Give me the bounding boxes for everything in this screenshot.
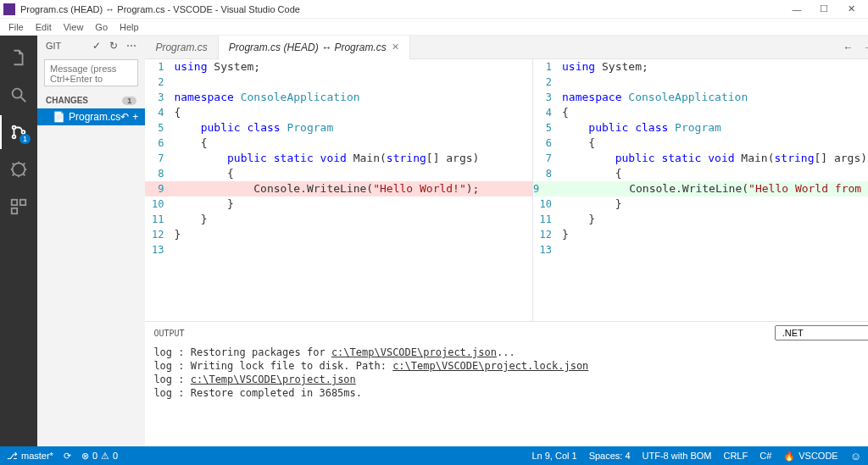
menu-edit[interactable]: Edit [31, 20, 57, 34]
flame-icon: 🔥 [783, 451, 795, 462]
vscode-logo-icon [3, 3, 15, 15]
sidebar-title: GIT [46, 41, 61, 51]
error-icon: ⊗ [81, 451, 89, 462]
diff-editor: 1using System; 2 3namespace ConsoleAppli… [145, 59, 868, 321]
nav-back-icon[interactable]: ← [843, 42, 854, 53]
feedback-icon[interactable]: ☺ [850, 450, 861, 462]
eol[interactable]: CRLF [723, 451, 748, 461]
cursor-position[interactable]: Ln 9, Col 1 [531, 451, 576, 461]
changes-header[interactable]: CHANGES 1 [37, 92, 145, 108]
titlebar: Program.cs (HEAD) ↔ Program.cs - VSCODE … [0, 0, 868, 19]
svg-line-1 [21, 97, 26, 102]
statusbar: ⎇master* ⟳ ⊗0 ⚠0 Ln 9, Col 1 Spaces: 4 U… [0, 446, 868, 465]
window-controls: — ☐ ✕ [783, 1, 865, 18]
flame-indicator[interactable]: 🔥VSCODE [783, 451, 837, 462]
stage-icon[interactable]: + [132, 111, 138, 123]
main-area: 1 GIT ✓ ↻ ⋯ CHANGES 1 📄 Program.cs ↶ [0, 36, 868, 446]
close-tab-icon[interactable]: ✕ [392, 42, 399, 53]
git-sidebar: GIT ✓ ↻ ⋯ CHANGES 1 📄 Program.cs ↶ + [37, 36, 145, 446]
git-badge: 1 [19, 134, 31, 144]
search-icon[interactable] [0, 78, 37, 112]
close-button[interactable]: ✕ [837, 1, 865, 18]
tab-label: Program.cs [155, 42, 207, 53]
extensions-icon[interactable] [0, 190, 37, 224]
output-panel: OUTPUT .NET ⊘ ⌄ log : Restoring packages… [145, 321, 868, 446]
indent-setting[interactable]: Spaces: 4 [589, 451, 631, 461]
warning-icon: ⚠ [101, 451, 109, 462]
nav-forward-icon[interactable]: → [864, 42, 868, 53]
svg-point-3 [13, 136, 16, 139]
svg-rect-7 [20, 200, 25, 205]
svg-point-2 [13, 126, 16, 130]
menu-file[interactable]: File [3, 20, 29, 34]
tab-label: Program.cs (HEAD) ↔ Program.cs [229, 42, 387, 53]
branch-indicator[interactable]: ⎇master* [7, 451, 53, 462]
git-icon[interactable]: 1 [0, 115, 37, 149]
csharp-file-icon: 📄 [53, 111, 65, 123]
tab-diff[interactable]: Program.cs (HEAD) ↔ Program.cs✕ [219, 36, 410, 59]
revert-icon[interactable]: ↶ [120, 111, 129, 123]
window-title: Program.cs (HEAD) ↔ Program.cs - VSCODE … [20, 4, 300, 14]
changed-file-row[interactable]: 📄 Program.cs ↶ + [37, 108, 145, 125]
menu-help[interactable]: Help [114, 20, 144, 34]
svg-point-5 [13, 163, 25, 176]
commit-icon[interactable]: ✓ [92, 40, 101, 52]
sidebar-header: GIT ✓ ↻ ⋯ [37, 36, 145, 56]
sync-indicator[interactable]: ⟳ [64, 451, 71, 462]
diff-right-pane[interactable]: 1using System; 2 3namespace ConsoleAppli… [533, 59, 868, 321]
language-mode[interactable]: C# [760, 451, 771, 461]
changes-label: CHANGES [46, 96, 88, 105]
commit-input[interactable] [44, 59, 138, 86]
menubar: File Edit View Go Help [0, 19, 868, 36]
changed-file-name: Program.cs [69, 111, 120, 123]
activity-bar: 1 [0, 36, 37, 446]
refresh-icon[interactable]: ↻ [109, 40, 118, 52]
explorer-icon[interactable] [0, 41, 37, 75]
diff-left-pane[interactable]: 1using System; 2 3namespace ConsoleAppli… [145, 59, 533, 321]
output-channel-select[interactable]: .NET [775, 325, 868, 340]
menu-view[interactable]: View [58, 20, 89, 34]
svg-point-0 [13, 89, 22, 98]
menu-go[interactable]: Go [90, 20, 113, 34]
output-label[interactable]: OUTPUT [153, 329, 184, 338]
debug-icon[interactable] [0, 152, 37, 186]
output-body[interactable]: log : Restoring packages for c:\Temp\VSC… [145, 344, 868, 446]
editor-area: Program.cs Program.cs (HEAD) ↔ Program.c… [145, 36, 868, 446]
sync-icon: ⟳ [64, 451, 71, 462]
minimize-button[interactable]: — [783, 1, 810, 18]
tab-program[interactable]: Program.cs [145, 36, 218, 59]
branch-icon: ⎇ [7, 451, 18, 462]
encoding[interactable]: UTF-8 with BOM [643, 451, 712, 461]
problems-indicator[interactable]: ⊗0 ⚠0 [81, 451, 118, 462]
changes-count: 1 [122, 97, 136, 105]
editor-tabs: Program.cs Program.cs (HEAD) ↔ Program.c… [145, 36, 868, 59]
svg-rect-8 [12, 208, 17, 213]
more-icon[interactable]: ⋯ [126, 40, 136, 52]
svg-rect-6 [12, 200, 17, 205]
maximize-button[interactable]: ☐ [810, 1, 837, 18]
commit-message-box [44, 59, 138, 89]
